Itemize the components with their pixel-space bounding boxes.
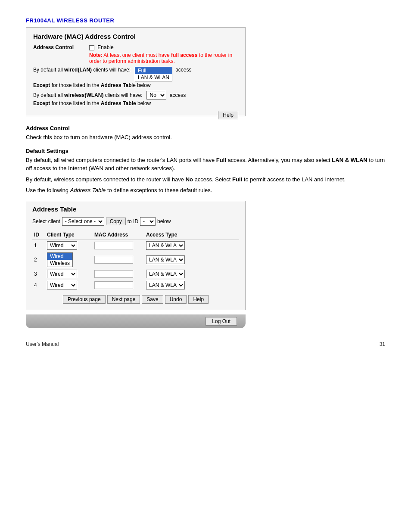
logout-button[interactable]: Log Out (206, 317, 237, 326)
address-data-table: ID Client Type MAC Address Access Type 1… (32, 230, 239, 291)
wireless-except-row: Except for those listed in the Address T… (33, 100, 238, 106)
row3-id: 3 (32, 268, 45, 280)
row4-mac[interactable] (93, 280, 144, 291)
select-client-label: Select client (32, 218, 60, 224)
enable-checkbox[interactable] (89, 45, 94, 50)
row2-opt-wired[interactable]: Wired (47, 253, 72, 260)
address-table-title: Address Table (32, 205, 239, 213)
row1-access-select[interactable]: LAN & WLAN Full No (146, 241, 185, 250)
undo-button[interactable]: Undo (165, 295, 187, 304)
row1-access[interactable]: LAN & WLAN Full No (144, 240, 239, 251)
select-one-dropdown[interactable]: - Select one - (62, 217, 104, 226)
row1-id: 1 (32, 240, 45, 251)
default-settings-p2: By default, wireless computers connected… (26, 175, 385, 184)
table-row: 2 Wired Wireless LAN & WLAN Full No (32, 251, 239, 268)
wired-default-row: By default all wired(LAN) clients will h… (33, 67, 238, 81)
enable-label: Enable (97, 44, 113, 50)
row2-client-type[interactable]: Wired Wireless (45, 251, 93, 268)
col-mac-address: MAC Address (93, 230, 144, 240)
table-row: 4 Wired Wireless LAN & WLAN Full No (32, 280, 239, 291)
wireless-access-text: access (170, 92, 186, 98)
row1-mac-input[interactable] (94, 242, 133, 249)
wired-lan-bold: wired(LAN) (64, 67, 92, 73)
col-access-type: Access Type (144, 230, 239, 240)
footer-right: 31 (380, 341, 385, 347)
id-dropdown[interactable]: - 1234 (140, 217, 156, 226)
nav-buttons: Previous page Next page Save Undo Help (32, 295, 239, 304)
col-id: ID (32, 230, 45, 240)
row3-access-select[interactable]: LAN & WLAN Full No (146, 270, 185, 278)
row4-mac-input[interactable] (94, 281, 133, 289)
page-title: FR1004AL Wireless Router (26, 17, 385, 24)
address-control-desc: Address Control Check this box to turn o… (26, 125, 385, 142)
row4-access-select[interactable]: LAN & WLAN Full No (146, 281, 185, 289)
wired-opt-full[interactable]: Full (135, 67, 172, 74)
row2-id: 2 (32, 251, 45, 268)
note-label: Note: At least one client must have full… (89, 52, 232, 64)
address-table-container: Address Table Select client - Select one… (26, 201, 246, 310)
default-settings-p1: By default, all wired computers connecte… (26, 156, 385, 173)
next-page-button[interactable]: Next page (107, 295, 140, 304)
row4-id: 4 (32, 280, 45, 291)
wireless-wlan-bold: wireless(WLAN) (64, 92, 103, 98)
prev-page-button[interactable]: Previous page (63, 295, 106, 304)
wired-opt-lanwlan[interactable]: LAN & WLAN (135, 74, 172, 81)
footer: User's Manual 31 (26, 341, 385, 347)
mac-panel-title: Hardware (MAC) Address Control (33, 33, 238, 40)
address-control-label: Address Control (33, 44, 89, 50)
row3-mac-input[interactable] (94, 270, 133, 278)
row3-client-select[interactable]: Wired Wireless (47, 270, 77, 278)
logout-bar: Log Out (26, 314, 246, 328)
row4-client-select[interactable]: Wired Wireless (47, 281, 77, 289)
default-settings-heading: Default Settings (26, 148, 385, 154)
wireless-default-row: By default all wireless(WLAN) clients wi… (33, 91, 238, 100)
row2-dropdown-open[interactable]: Wired Wireless (47, 252, 73, 267)
row4-access[interactable]: LAN & WLAN Full No (144, 280, 239, 291)
table-row: 3 Wired Wireless LAN & WLAN Full No (32, 268, 239, 280)
row2-access[interactable]: LAN & WLAN Full No (144, 251, 239, 268)
address-control-content: Enable Note: At least one client must ha… (89, 44, 238, 64)
wired-dropdown-open[interactable]: Full LAN & WLAN (135, 67, 172, 81)
table-help-button[interactable]: Help (188, 295, 209, 304)
wired-access-text: access (175, 67, 191, 73)
address-control-text: Check this box to turn on hardware (MAC)… (26, 133, 385, 142)
save-button[interactable]: Save (142, 295, 163, 304)
row3-client-type[interactable]: Wired Wireless (45, 268, 93, 280)
row2-mac[interactable] (93, 251, 144, 268)
wireless-access-select[interactable]: No Full (146, 91, 166, 100)
row1-mac[interactable] (93, 240, 144, 251)
row2-access-select[interactable]: LAN & WLAN Full No (146, 255, 185, 264)
table-row: 1 Wired Wireless LAN & WLAN Full No (32, 240, 239, 251)
footer-left: User's Manual (26, 341, 59, 347)
address-control-heading: Address Control (26, 125, 385, 131)
copy-button[interactable]: Copy (106, 218, 126, 225)
row3-mac[interactable] (93, 268, 144, 280)
mac-panel: Hardware (MAC) Address Control Address C… (26, 27, 246, 116)
row3-access[interactable]: LAN & WLAN Full No (144, 268, 239, 280)
col-client-type: Client Type (45, 230, 93, 240)
default-settings-desc: Default Settings By default, all wired c… (26, 148, 385, 195)
row1-client-type[interactable]: Wired Wireless (45, 240, 93, 251)
row2-opt-wireless[interactable]: Wireless (47, 260, 72, 267)
wired-except-row: Except for those listed in the Address T… (33, 82, 238, 88)
mac-help-button[interactable]: Help (218, 111, 238, 119)
row1-client-select[interactable]: Wired Wireless (47, 241, 77, 250)
select-client-row: Select client - Select one - Copy to ID … (32, 217, 239, 226)
default-settings-p3: Use the following Address Table to defin… (26, 186, 385, 195)
to-id-label: to ID (128, 218, 138, 224)
row2-mac-input[interactable] (94, 256, 133, 264)
row4-client-type[interactable]: Wired Wireless (45, 280, 93, 291)
below-label: below (157, 218, 171, 224)
